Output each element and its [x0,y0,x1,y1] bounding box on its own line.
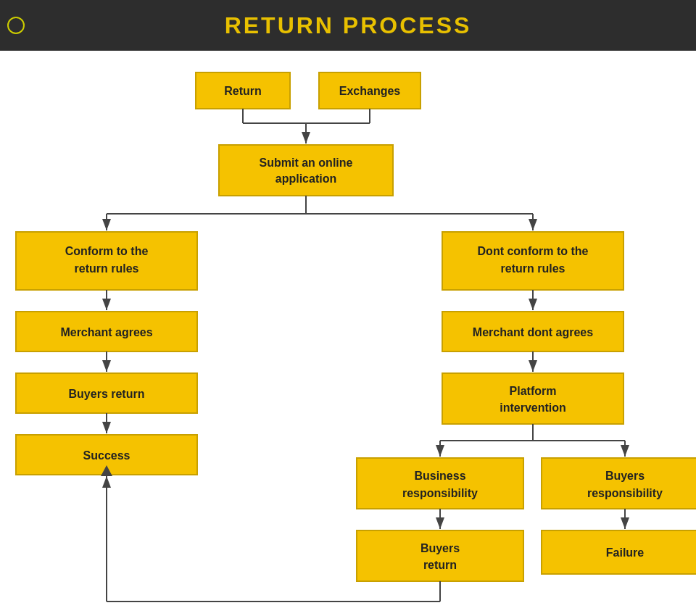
submit-box [219,145,393,196]
conform-label-2: return rules [75,262,139,275]
buyers-return-right-label-1: Buyers [420,542,460,554]
dont-conform-label-1: Dont conform to the [478,245,589,257]
dont-conform-box [442,232,624,290]
platform-label-2: intervention [500,401,566,414]
platform-label-1: Platform [510,385,557,397]
buyers-resp-label-1: Buyers [605,470,645,482]
failure-label: Failure [606,546,645,559]
business-resp-label-1: Business [414,470,465,482]
business-resp-label-2: responsibility [402,487,478,499]
buyers-resp-label-2: responsibility [587,487,663,499]
platform-box [442,373,624,424]
flowchart-diagram: Return Exchanges Submit an online applic… [0,58,696,616]
merchant-dont-label: Merchant dont agrees [473,326,593,338]
buyers-return-right-label-2: return [423,559,457,571]
conform-label-1: Conform to the [65,245,149,257]
conform-box [16,232,197,290]
submit-label-1: Submit an online [260,157,353,169]
return-label: Return [224,85,262,97]
success-label: Success [83,449,130,462]
exchanges-label: Exchanges [339,85,401,97]
buyers-return-left-label: Buyers return [69,388,145,400]
merchant-agrees-label: Merchant agrees [60,326,152,338]
business-resp-box [357,458,523,509]
submit-label-2: application [276,172,336,185]
page-title: RETURN PROCESS [225,12,472,39]
page-header: RETURN PROCESS [0,0,696,51]
buyers-resp-box [542,458,696,509]
dont-conform-label-2: return rules [501,262,566,275]
buyers-return-right-box [357,530,523,581]
